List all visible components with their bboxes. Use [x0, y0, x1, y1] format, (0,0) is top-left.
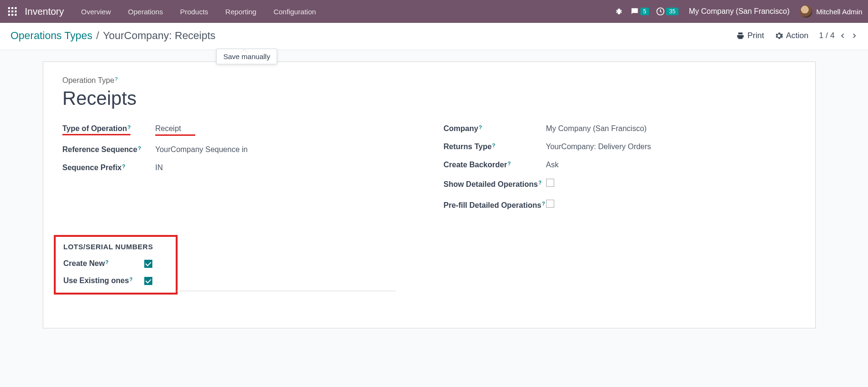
avatar [800, 5, 812, 18]
help-icon[interactable]: ? [130, 276, 133, 282]
svg-rect-6 [8, 14, 10, 16]
label-type-of-operation: Type of Operation? [62, 124, 155, 133]
action-label: Action [786, 31, 808, 41]
checkbox-use-existing[interactable] [144, 277, 152, 285]
right-column: Company? My Company (San Francisco) Retu… [444, 120, 797, 216]
breadcrumb-link[interactable]: Operations Types [10, 30, 92, 42]
help-icon[interactable]: ? [122, 163, 126, 169]
help-icon[interactable]: ? [539, 180, 542, 185]
row-create-backorder: Create Backorder? Ask [444, 156, 797, 174]
navbar: Inventory Overview Operations Products R… [0, 0, 868, 23]
svg-rect-4 [11, 10, 13, 12]
breadcrumb-sep: / [96, 30, 99, 42]
label-create-new: Create New? [63, 259, 144, 268]
control-right: Print Action 1 / 4 [736, 31, 858, 41]
operation-type-label-row: Operation Type? [62, 76, 796, 85]
messages-icon[interactable]: 5 [630, 7, 649, 16]
value-sequence-prefix[interactable]: IN [155, 163, 163, 172]
value-type-of-operation[interactable]: Receipt [155, 124, 195, 136]
row-use-existing: Use Existing ones? [63, 268, 168, 285]
sheet-wrap: Operation Type? Type of Operation? Recei… [0, 50, 868, 347]
lots-section: LOTS/SERIAL NUMBERS Create New? Use Exis… [62, 235, 396, 291]
save-tooltip: Save manually [216, 49, 277, 64]
control-bar: Operations Types / YourCompany: Receipts… [0, 23, 868, 50]
print-icon [736, 31, 745, 40]
help-icon[interactable]: ? [479, 124, 482, 130]
section-divider [177, 291, 396, 291]
navbar-right: 5 35 My Company (San Francisco) Mitchell… [615, 5, 864, 18]
user-name: Mitchell Admin [816, 8, 862, 16]
action-button[interactable]: Action [775, 31, 808, 41]
label-company: Company? [444, 124, 546, 133]
menu-overview[interactable]: Overview [72, 0, 120, 23]
print-label: Print [748, 31, 764, 41]
chevron-right-icon [851, 32, 858, 39]
svg-rect-7 [11, 14, 13, 16]
menu-products[interactable]: Products [171, 0, 217, 23]
help-icon[interactable]: ? [492, 143, 496, 148]
checkbox-prefill[interactable] [546, 200, 554, 208]
svg-rect-8 [15, 14, 17, 16]
label-sequence-prefix: Sequence Prefix? [62, 163, 155, 172]
row-type-of-operation: Type of Operation? Receipt [62, 120, 415, 141]
activities-badge: 35 [666, 8, 678, 15]
navbar-left: Inventory Overview Operations Products R… [4, 0, 325, 23]
highlight-box: LOTS/SERIAL NUMBERS Create New? Use Exis… [54, 235, 178, 295]
value-reference-sequence[interactable]: YourCompany Sequence in [155, 145, 248, 154]
company-switcher[interactable]: My Company (San Francisco) [685, 7, 794, 16]
help-icon[interactable]: ? [105, 259, 109, 265]
label-create-backorder: Create Backorder? [444, 161, 546, 169]
debug-icon[interactable] [615, 7, 623, 16]
svg-rect-1 [11, 7, 13, 9]
row-create-new: Create New? [63, 251, 168, 268]
main-menu: Overview Operations Products Reporting C… [72, 0, 324, 23]
svg-rect-2 [15, 7, 17, 9]
pager-text: 1 / 4 [819, 31, 835, 41]
pager-prev[interactable] [839, 32, 846, 39]
menu-operations[interactable]: Operations [120, 0, 171, 23]
chevron-left-icon [839, 32, 846, 39]
svg-rect-3 [8, 10, 10, 12]
breadcrumb: Operations Types / YourCompany: Receipts [10, 30, 216, 42]
svg-rect-5 [15, 10, 17, 12]
label-show-detailed: Show Detailed Operations? [444, 179, 546, 190]
label-use-existing: Use Existing ones? [63, 276, 144, 285]
help-icon[interactable]: ? [508, 161, 511, 166]
value-company[interactable]: My Company (San Francisco) [546, 124, 647, 133]
activities-icon[interactable]: 35 [656, 7, 678, 16]
user-menu[interactable]: Mitchell Admin [800, 5, 864, 18]
row-prefill: Pre-fill Detailed Operations? [444, 195, 797, 216]
lots-section-title: LOTS/SERIAL NUMBERS [63, 243, 168, 251]
print-button[interactable]: Print [736, 31, 764, 41]
label-prefill: Pre-fill Detailed Operations? [444, 200, 546, 211]
row-company: Company? My Company (San Francisco) [444, 120, 797, 138]
pager-next[interactable] [851, 32, 858, 39]
help-icon[interactable]: ? [128, 124, 131, 130]
gear-icon [775, 31, 783, 40]
operation-type-label: Operation Type [62, 76, 114, 84]
form-sheet: Operation Type? Type of Operation? Recei… [43, 61, 816, 328]
apps-icon[interactable] [4, 3, 21, 20]
row-reference-sequence: Reference Sequence? YourCompany Sequence… [62, 141, 415, 159]
row-returns-type: Returns Type? YourCompany: Delivery Orde… [444, 138, 797, 156]
breadcrumb-current: YourCompany: Receipts [103, 30, 215, 42]
name-input[interactable] [62, 85, 796, 117]
label-reference-sequence: Reference Sequence? [62, 145, 155, 154]
menu-reporting[interactable]: Reporting [217, 0, 265, 23]
label-returns-type: Returns Type? [444, 143, 546, 151]
left-column: Type of Operation? Receipt Reference Seq… [62, 120, 415, 216]
value-returns-type[interactable]: YourCompany: Delivery Orders [546, 143, 651, 151]
checkbox-show-detailed[interactable] [546, 179, 554, 187]
row-show-detailed: Show Detailed Operations? [444, 174, 797, 195]
svg-rect-0 [8, 7, 10, 9]
row-sequence-prefix: Sequence Prefix? IN [62, 159, 415, 177]
help-icon[interactable]: ? [138, 145, 141, 151]
brand[interactable]: Inventory [23, 6, 70, 17]
checkbox-create-new[interactable] [144, 260, 152, 268]
help-icon[interactable]: ? [115, 76, 118, 82]
messages-badge: 5 [640, 8, 649, 15]
pager: 1 / 4 [819, 31, 858, 41]
value-create-backorder[interactable]: Ask [546, 161, 559, 169]
menu-configuration[interactable]: Configuration [265, 0, 324, 23]
help-icon[interactable]: ? [542, 201, 545, 206]
